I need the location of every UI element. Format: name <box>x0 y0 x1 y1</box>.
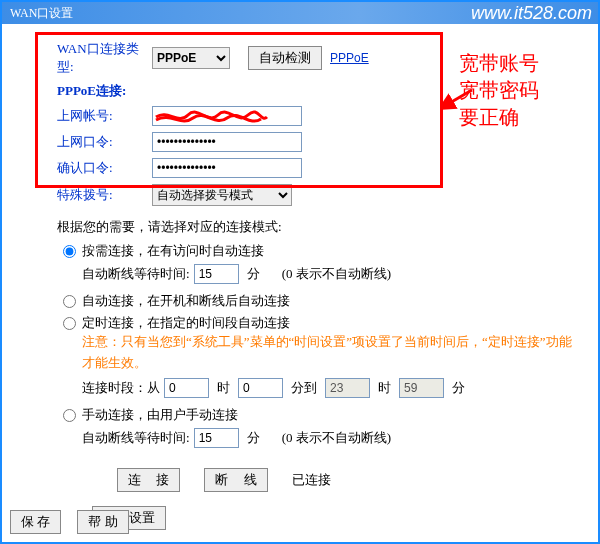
confirm-password-label: 确认口令: <box>22 159 152 177</box>
mode-manual-label: 手动连接，由用户手动连接 <box>82 406 578 424</box>
password-label: 上网口令: <box>22 133 152 151</box>
disconnect-button[interactable]: 断 线 <box>204 468 267 492</box>
wan-type-label: WAN口连接类型: <box>22 40 152 76</box>
mode-auto-label: 自动连接，在开机和断线后自动连接 <box>82 292 578 310</box>
idle4-hint: (0 表示不自动断线) <box>282 429 391 447</box>
confirm-password-input[interactable] <box>152 158 302 178</box>
mode-scheduled-label: 定时连接，在指定的时间段自动连接 <box>82 314 578 332</box>
to-hour-input <box>325 378 370 398</box>
title-bar: WAN口设置 www.it528.com <box>2 2 598 24</box>
username-input[interactable] <box>152 106 302 126</box>
m-unit-2: 分 <box>452 379 465 397</box>
username-label: 上网帐号: <box>22 107 152 125</box>
mode-manual-radio[interactable] <box>63 409 76 422</box>
idle1-unit: 分 <box>247 265 260 283</box>
idle4-unit: 分 <box>247 429 260 447</box>
wan-type-select[interactable]: PPPoE <box>152 47 230 69</box>
m-unit-1: 分到 <box>291 379 317 397</box>
password-input[interactable] <box>152 132 302 152</box>
special-dial-label: 特殊拨号: <box>22 186 152 204</box>
mode-on-demand-label: 按需连接，在有访问时自动连接 <box>82 242 578 260</box>
pppoe-section-title: PPPoE连接: <box>22 82 578 100</box>
pppoe-link[interactable]: PPPoE <box>330 51 369 65</box>
save-button[interactable]: 保 存 <box>10 510 61 534</box>
range-label: 连接时段：从 <box>82 379 160 397</box>
auto-detect-button[interactable]: 自动检测 <box>248 46 322 70</box>
idle1-label: 自动断线等待时间: <box>82 265 190 283</box>
scheduled-note: 注意：只有当您到“系统工具”菜单的“时间设置”项设置了当前时间后，“定时连接”功… <box>82 332 578 374</box>
watermark: www.it528.com <box>471 3 592 24</box>
connection-status: 已连接 <box>292 471 331 489</box>
mode-on-demand-radio[interactable] <box>63 245 76 258</box>
idle1-input[interactable] <box>194 264 239 284</box>
idle1-hint: (0 表示不自动断线) <box>282 265 391 283</box>
h-unit-1: 时 <box>217 379 230 397</box>
mode-intro: 根据您的需要，请选择对应的连接模式: <box>57 218 578 236</box>
help-button[interactable]: 帮 助 <box>77 510 128 534</box>
to-min-input <box>399 378 444 398</box>
idle4-label: 自动断线等待时间: <box>82 429 190 447</box>
special-dial-select[interactable]: 自动选择拨号模式 <box>152 184 292 206</box>
window-title: WAN口设置 <box>10 5 73 22</box>
from-hour-input[interactable] <box>164 378 209 398</box>
h-unit-2: 时 <box>378 379 391 397</box>
mode-scheduled-radio[interactable] <box>63 317 76 330</box>
mode-auto-radio[interactable] <box>63 295 76 308</box>
connect-button[interactable]: 连 接 <box>117 468 180 492</box>
idle4-input[interactable] <box>194 428 239 448</box>
from-min-input[interactable] <box>238 378 283 398</box>
